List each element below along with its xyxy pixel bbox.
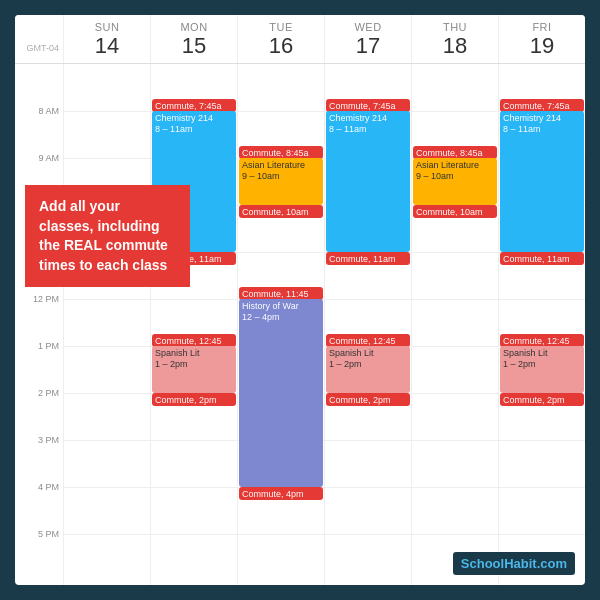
day-header-thu: THU 18 [411, 15, 498, 63]
event-commute-tue-4[interactable]: Commute, 4pm [239, 487, 323, 500]
timezone-label: GMT-04 [15, 15, 63, 63]
day-col-fri: Commute, 7:45a Chemistry 2148 – 11am Com… [498, 64, 585, 585]
event-spanish-fri[interactable]: Spanish Lit1 – 2pm [500, 346, 584, 393]
days-grid: Commute, 7:45a Chemistry 2148 – 11am Com… [63, 64, 585, 585]
day-col-sun [63, 64, 150, 585]
callout-box: Add all your classes, including the REAL… [25, 185, 190, 287]
day-col-wed: Commute, 7:45a Chemistry 2148 – 11am Com… [324, 64, 411, 585]
day-name-fri: FRI [499, 21, 585, 33]
event-spanish-mon[interactable]: Spanish Lit1 – 2pm [152, 346, 236, 393]
day-name-tue: TUE [238, 21, 324, 33]
day-num-thu: 18 [412, 33, 498, 59]
day-header-tue: TUE 16 [237, 15, 324, 63]
event-asian-lit-tue[interactable]: Asian Literature9 – 10am [239, 158, 323, 205]
time-4pm: 4 PM [38, 482, 59, 492]
time-1pm: 1 PM [38, 341, 59, 351]
day-name-mon: MON [151, 21, 237, 33]
callout-text: Add all your classes, including the REAL… [39, 198, 168, 273]
event-commute-tue-2[interactable]: Commute, 10am [239, 205, 323, 218]
event-commute-thu-2[interactable]: Commute, 10am [413, 205, 497, 218]
event-spanish-wed[interactable]: Spanish Lit1 – 2pm [326, 346, 410, 393]
day-num-tue: 16 [238, 33, 324, 59]
event-chemistry-fri[interactable]: Chemistry 2148 – 11am [500, 111, 584, 252]
watermark-text: SchoolHabit.com [461, 556, 567, 571]
event-asian-lit-thu[interactable]: Asian Literature9 – 10am [413, 158, 497, 205]
day-name-sun: SUN [64, 21, 150, 33]
day-num-sun: 14 [64, 33, 150, 59]
calendar-body: 8 AM 9 AM 10 AM 11 AM 12 PM 1 PM 2 PM 3 … [15, 64, 585, 585]
day-name-wed: WED [325, 21, 411, 33]
watermark: SchoolHabit.com [453, 552, 575, 575]
calendar-header: GMT-04 SUN 14 MON 15 TUE 16 WED 17 THU 1… [15, 15, 585, 64]
day-col-thu: Commute, 8:45a Asian Literature9 – 10am … [411, 64, 498, 585]
time-5pm: 5 PM [38, 529, 59, 539]
day-header-wed: WED 17 [324, 15, 411, 63]
day-col-mon: Commute, 7:45a Chemistry 2148 – 11am Com… [150, 64, 237, 585]
event-commute-wed-2[interactable]: Commute, 11am [326, 252, 410, 265]
time-column: 8 AM 9 AM 10 AM 11 AM 12 PM 1 PM 2 PM 3 … [15, 64, 63, 585]
day-header-fri: FRI 19 [498, 15, 585, 63]
time-2pm: 2 PM [38, 388, 59, 398]
day-num-mon: 15 [151, 33, 237, 59]
event-history-tue[interactable]: History of War12 – 4pm [239, 299, 323, 487]
day-header-mon: MON 15 [150, 15, 237, 63]
event-commute-wed-4[interactable]: Commute, 2pm [326, 393, 410, 406]
day-header-sun: SUN 14 [63, 15, 150, 63]
time-12pm: 12 PM [33, 294, 59, 304]
time-8am: 8 AM [38, 106, 59, 116]
event-commute-fri-2[interactable]: Commute, 11am [500, 252, 584, 265]
event-chemistry-wed[interactable]: Chemistry 2148 – 11am [326, 111, 410, 252]
day-col-tue: Commute, 8:45a Asian Literature9 – 10am … [237, 64, 324, 585]
time-9am: 9 AM [38, 153, 59, 163]
event-commute-mon-4[interactable]: Commute, 2pm [152, 393, 236, 406]
day-num-fri: 19 [499, 33, 585, 59]
calendar: GMT-04 SUN 14 MON 15 TUE 16 WED 17 THU 1… [15, 15, 585, 585]
day-num-wed: 17 [325, 33, 411, 59]
time-3pm: 3 PM [38, 435, 59, 445]
day-name-thu: THU [412, 21, 498, 33]
event-commute-fri-4[interactable]: Commute, 2pm [500, 393, 584, 406]
